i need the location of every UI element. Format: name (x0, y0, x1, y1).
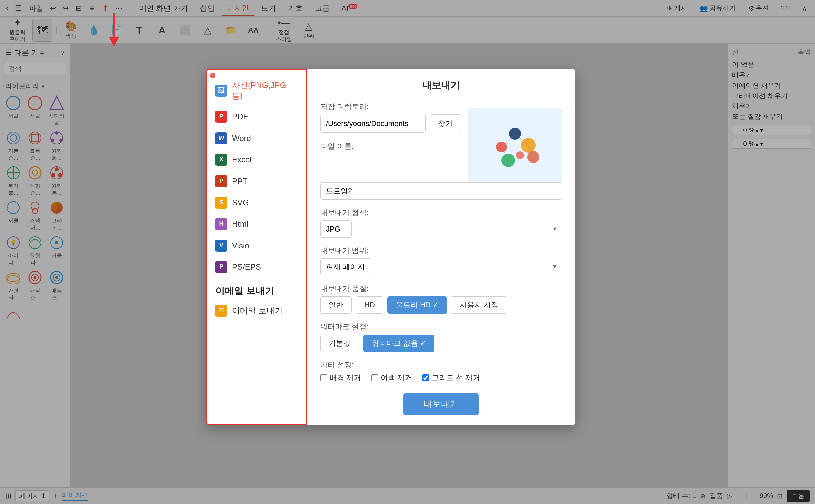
svg-point-45 (516, 151, 524, 159)
range-select[interactable]: 현재 페이지 모든 페이지 선택한 범위 (320, 258, 371, 275)
menu-item-ppt[interactable]: P PPT (207, 170, 306, 192)
quality-normal[interactable]: 일반 (320, 296, 352, 314)
menu-item-excel[interactable]: X Excel (207, 149, 306, 170)
menu-item-html[interactable]: H Html (207, 213, 306, 235)
format-group: 내보내기 형식: JPG PNG BMP GIF TIFF WebP (320, 208, 562, 238)
svg-rect-39 (481, 117, 548, 174)
other-settings-label: 기타 설정: (320, 360, 562, 370)
filename-input[interactable] (320, 182, 562, 200)
quality-hd[interactable]: HD (356, 296, 383, 314)
email-section-header: 이메일 보내기 (207, 278, 306, 300)
preview-svg (481, 117, 548, 174)
menu-item-word[interactable]: W Word (207, 128, 306, 149)
quality-options: 일반 HD 울트라 HD ✓ 사용자 지정 (320, 296, 562, 314)
dialog-right-content: 내보내기 (307, 69, 575, 425)
checkbox-margin-remove[interactable]: 여백 제거 (371, 373, 412, 383)
watermark-options: 기본값 워터마크 없음 ✓ (320, 335, 562, 352)
excel-icon: X (215, 154, 227, 166)
range-group: 내보내기 범위: 현재 페이지 모든 페이지 선택한 범위 (320, 246, 562, 275)
ppt-icon: P (215, 175, 227, 187)
checkbox-grid-input[interactable] (422, 374, 429, 381)
format-select-wrapper: JPG PNG BMP GIF TIFF WebP (320, 220, 562, 238)
range-label: 내보내기 범위: (320, 246, 562, 256)
modal-overlay: 🖼 사진(PNG,JPG 등) P PDF W Word X Excel P P… (0, 0, 815, 504)
save-dir-row: 찾기 (320, 114, 461, 133)
dialog-title: 내보내기 (320, 79, 562, 92)
html-icon: H (215, 218, 227, 230)
quality-custom[interactable]: 사용자 지정 (451, 296, 507, 314)
quality-group: 내보내기 품질: 일반 HD 울트라 HD ✓ 사용자 지정 (320, 284, 562, 314)
checkbox-grid-remove[interactable]: 그리드 선 제거 (422, 373, 480, 383)
menu-item-email[interactable]: ✉ 이메일 보내기 (207, 300, 306, 321)
export-dialog: 🖼 사진(PNG,JPG 등) P PDF W Word X Excel P P… (206, 69, 575, 425)
browse-btn[interactable]: 찾기 (430, 114, 461, 133)
menu-item-photo[interactable]: 🖼 사진(PNG,JPG 등) (207, 75, 306, 106)
dialog-close-btn[interactable] (210, 73, 215, 78)
checkbox-bg-remove[interactable]: 배경 제거 (320, 373, 361, 383)
watermark-group: 워터마크 설정: 기본값 워터마크 없음 ✓ (320, 322, 562, 352)
other-settings-group: 기타 설정: 배경 제거 여백 제거 그리드 선 제거 (320, 360, 562, 383)
save-dir-input[interactable] (320, 115, 426, 133)
export-btn[interactable]: 내보내기 (403, 393, 479, 415)
checkbox-margin-input[interactable] (371, 374, 378, 381)
watermark-default[interactable]: 기본값 (320, 335, 359, 352)
pseps-icon: P (215, 261, 227, 273)
menu-item-pdf[interactable]: P PDF (207, 106, 306, 128)
photo-icon: 🖼 (215, 85, 227, 97)
svg-marker-38 (109, 37, 119, 47)
menu-item-pseps[interactable]: P PS/EPS (207, 256, 306, 278)
quality-label: 내보내기 품질: (320, 284, 562, 294)
dialog-left-menu: 🖼 사진(PNG,JPG 등) P PDF W Word X Excel P P… (206, 69, 307, 425)
preview-area (468, 108, 562, 182)
svg-icon: S (215, 197, 227, 209)
format-label: 내보내기 형식: (320, 208, 562, 218)
quality-ultra-hd[interactable]: 울트라 HD ✓ (387, 296, 447, 314)
menu-item-visio[interactable]: V Visio (207, 235, 306, 256)
arrow-indicator (101, 10, 128, 50)
menu-item-svg[interactable]: S SVG (207, 192, 306, 213)
watermark-label: 워터마크 설정: (320, 322, 562, 332)
watermark-none[interactable]: 워터마크 없음 ✓ (363, 335, 434, 352)
format-select[interactable]: JPG PNG BMP GIF TIFF WebP (320, 220, 352, 238)
pdf-icon: P (215, 111, 227, 123)
word-icon: W (215, 132, 227, 144)
visio-icon: V (215, 240, 227, 252)
checkbox-group: 배경 제거 여백 제거 그리드 선 제거 (320, 373, 562, 383)
range-select-wrapper: 현재 페이지 모든 페이지 선택한 범위 (320, 258, 562, 275)
email-icon: ✉ (215, 305, 227, 317)
checkbox-bg-input[interactable] (320, 374, 327, 381)
